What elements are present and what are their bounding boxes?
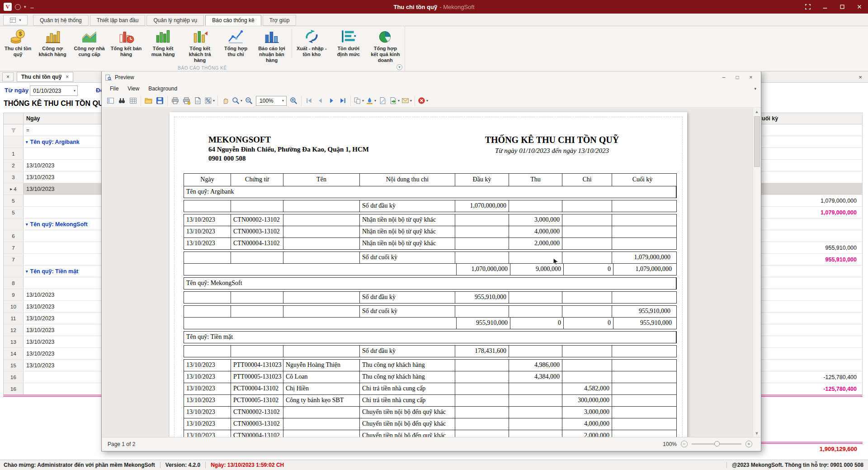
preview-minimize-button[interactable]: – (717, 73, 731, 82)
scroll-down-icon[interactable]: ▼ (753, 430, 760, 437)
first-page-button[interactable] (303, 95, 315, 106)
quick-print-button[interactable] (181, 95, 192, 106)
close-button[interactable] (851, 0, 868, 14)
filter-operator-cell[interactable]: = (756, 124, 862, 136)
exit-preview-button[interactable]: ▾ (417, 95, 429, 106)
ribbon-tab[interactable]: Quản lý nghiệp vụ (146, 15, 204, 26)
tab-thu-chi-ton-quy[interactable]: Thu chi tồn quỹ × (17, 72, 73, 82)
grid-row[interactable] (756, 348, 862, 360)
app-menu-button[interactable]: ▾ (3, 15, 28, 25)
ribbon-button-ket-qua-kinh-doanh[interactable]: Tổng hợp kết quả kinh doanh (367, 28, 404, 64)
grid-row[interactable]: 955,910,000 (756, 254, 862, 266)
grid-row[interactable] (756, 136, 862, 148)
ribbon-button-tong-hop-thu-chi[interactable]: Tổng hợp thu chi (218, 28, 253, 58)
ribbon-button-thu-chi-ton-quy[interactable]: Thu chi tồn quỹ (2, 28, 34, 58)
hand-tool-button[interactable] (220, 95, 231, 106)
zoom-increase-button[interactable]: + (745, 441, 752, 447)
scale-button[interactable]: ▾ (203, 95, 216, 106)
grid-row[interactable] (756, 160, 862, 171)
ribbon-button-cong-no-ncc[interactable]: Công nợ nhà cung cấp (71, 28, 108, 58)
open-button[interactable] (143, 95, 154, 106)
grid-row[interactable] (756, 277, 862, 289)
close-all-tabs-button[interactable]: × (856, 72, 865, 81)
quick-access-icon[interactable] (15, 4, 21, 10)
from-date-input[interactable] (30, 88, 66, 94)
ribbon-button-tong-ket-ban-hang[interactable]: Tổng kết bán hàng (108, 28, 145, 58)
page-setup-button[interactable] (192, 95, 203, 106)
grid-row[interactable] (756, 336, 862, 348)
grid-row[interactable] (756, 218, 862, 230)
menu-item[interactable]: Background (144, 84, 182, 93)
save-button[interactable] (154, 95, 165, 106)
preview-maximize-button[interactable]: □ (731, 73, 744, 82)
last-page-button[interactable] (337, 95, 349, 106)
ribbon-tab[interactable]: Báo cáo thống kê (205, 15, 261, 26)
close-tab-button[interactable]: × (2, 72, 14, 81)
grid-row[interactable] (756, 289, 862, 301)
group-expander-icon[interactable]: ▾ (26, 140, 28, 144)
grid-row[interactable]: -125,780,400 (756, 371, 862, 383)
maximize-button[interactable] (834, 0, 851, 14)
grid-row[interactable] (756, 301, 862, 313)
page-color-button[interactable]: ▾ (365, 95, 377, 106)
preview-titlebar[interactable]: Preview – □ × (102, 71, 761, 83)
fullscreen-button[interactable] (799, 0, 816, 14)
customize-toolbar-icon[interactable] (29, 4, 35, 9)
watermark-button[interactable] (377, 95, 388, 106)
grid-row[interactable] (756, 171, 862, 183)
from-date-field[interactable]: ▾ (30, 85, 78, 96)
ribbon-button-tong-ket-mua-hang[interactable]: Tổng kết mua hàng (145, 28, 182, 58)
group-expander-icon[interactable]: ▾ (26, 269, 28, 274)
zoom-slider[interactable] (692, 443, 741, 445)
zoom-decrease-button[interactable]: − (681, 441, 688, 447)
previous-page-button[interactable] (315, 95, 326, 106)
send-email-button[interactable]: ▾ (401, 95, 413, 106)
ribbon-button-khach-tra-hang[interactable]: Tổng kết khách trả hàng (181, 28, 218, 64)
group-expander-icon[interactable]: ▾ (26, 222, 28, 227)
ribbon-tab[interactable]: Thiết lập ban đầu (90, 15, 146, 26)
grid-row[interactable]: -125,780,400 (756, 383, 862, 395)
magnifier-button[interactable]: ▾ (231, 95, 243, 106)
zoom-combo[interactable]: 100% ▾ (256, 96, 287, 106)
menu-overflow-caret-icon[interactable]: ▾ (754, 86, 756, 91)
ribbon-button-loi-nhuan-ban-hang[interactable]: Báo cáo lợi nhuận bán hàng (253, 28, 290, 64)
search-button[interactable] (116, 95, 127, 106)
zoom-caret-icon[interactable]: ▾ (282, 99, 284, 103)
print-button[interactable] (170, 95, 181, 106)
scroll-up-icon[interactable]: ▲ (753, 108, 760, 115)
zoom-slider-knob[interactable] (714, 441, 720, 446)
document-map-button[interactable] (105, 95, 116, 106)
grid-row[interactable] (756, 148, 862, 160)
menu-item[interactable]: View (123, 84, 144, 93)
ribbon-tab[interactable]: Quản trị hệ thống (33, 15, 89, 26)
next-page-button[interactable] (326, 95, 337, 106)
grid-row[interactable] (756, 230, 862, 242)
ribbon-button-cong-no-khach-hang[interactable]: Công nợ khách hàng (34, 28, 71, 58)
zoom-in-button[interactable] (288, 95, 299, 106)
ribbon-tab[interactable]: Trợ giúp (263, 15, 297, 26)
grid-row[interactable]: 1,079,000,000 (756, 207, 862, 218)
grid-row[interactable] (756, 183, 862, 195)
preview-vertical-scrollbar[interactable]: ▲ ▼ (753, 108, 760, 437)
quick-access-caret-icon[interactable]: ▾ (24, 5, 26, 9)
date-dropdown-caret-icon[interactable]: ▾ (74, 89, 75, 93)
grid-row[interactable] (756, 360, 862, 371)
column-header-cuoi-ky[interactable]: Cuối kỳ (756, 113, 862, 124)
preview-close-button[interactable]: × (744, 73, 758, 82)
scrollbar-thumb[interactable] (754, 116, 760, 167)
ribbon-button-xuat-nhap-ton[interactable]: Xuất - nhập - tồn kho (293, 28, 330, 58)
ribbon-button-ton-duoi-dinh-muc[interactable]: Tồn dưới định mức (330, 28, 367, 58)
group-dialog-launcher[interactable]: ▾ (396, 64, 402, 70)
minimize-button[interactable] (816, 0, 834, 14)
zoom-out-button[interactable] (243, 95, 255, 106)
grid-row[interactable] (756, 266, 862, 277)
grid-row[interactable] (756, 324, 862, 336)
export-button[interactable]: ▾ (388, 95, 401, 106)
tab-close-icon[interactable]: × (66, 74, 69, 80)
grid-row[interactable] (756, 313, 862, 324)
multiple-pages-button[interactable]: ▾ (353, 95, 365, 106)
editing-fields-button[interactable] (127, 95, 139, 106)
filter-indicator-cell[interactable] (4, 124, 24, 136)
grid-row[interactable]: 1,079,000,000 (756, 195, 862, 207)
grid-row[interactable]: 955,910,000 (756, 242, 862, 254)
